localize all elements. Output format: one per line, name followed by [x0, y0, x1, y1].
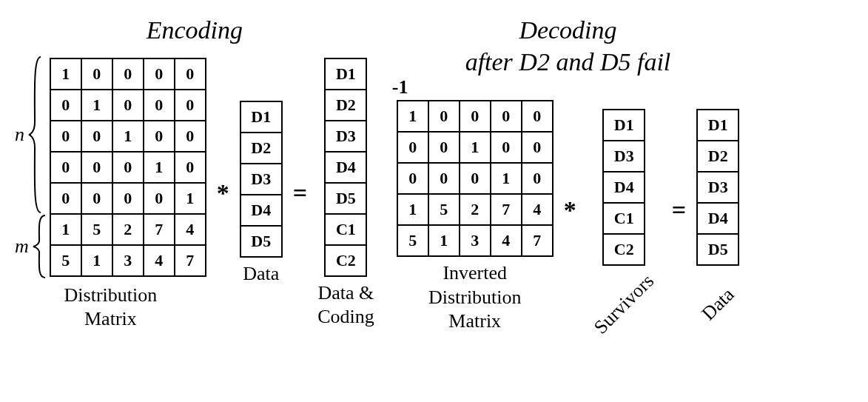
table-row: 00010 — [397, 163, 553, 194]
n-label: n — [15, 124, 24, 146]
inv-matrix-block: -1 10000 00100 00010 15274 51347 Inverte… — [397, 87, 554, 334]
table-row: D4 — [697, 203, 739, 234]
dist-matrix-block: n m — [15, 56, 206, 332]
curly-brace-icon — [27, 56, 42, 214]
survivors-caption: Survivors — [589, 269, 659, 339]
table-row: 15274 — [50, 214, 206, 245]
table-row: C2 — [603, 234, 645, 265]
decoding-row: -1 10000 00100 00010 15274 51347 Inverte… — [397, 87, 740, 334]
table-row: D1 — [240, 101, 282, 133]
dist-matrix-caption: Distribution Matrix — [64, 284, 158, 332]
table-row: D5 — [697, 234, 739, 265]
decoding-title: Decoding after D2 and D5 fail — [465, 15, 671, 78]
result-vector-caption: Data & Coding — [317, 281, 374, 329]
table-row: 10000 — [397, 101, 553, 132]
table-row: 10000 — [50, 58, 206, 90]
page: Encoding n m — [15, 15, 853, 334]
data-vector-caption: Data — [243, 262, 279, 287]
dist-matrix-with-braces: n m — [15, 56, 206, 279]
table-row: D2 — [697, 141, 739, 172]
table-row: D4 — [240, 195, 282, 226]
encoding-section: Encoding n m — [15, 15, 374, 332]
encoding-title: Encoding — [147, 15, 243, 47]
table-row: 00001 — [50, 183, 206, 214]
result-vector-block: D1 D2 D3 D4 D5 C1 C2 Data & Coding — [317, 58, 374, 329]
data-vector: D1 D2 D3 D4 D5 — [240, 101, 283, 258]
distribution-matrix: 10000 01000 00100 00010 00001 15274 5134… — [50, 58, 206, 277]
result-vector: D1 D2 D3 D4 D5 C1 C2 — [324, 58, 367, 277]
inverse-exponent: -1 — [392, 76, 408, 98]
inverted-matrix: 10000 00100 00010 15274 51347 — [397, 100, 554, 257]
decoded-data-vector: D1 D2 D3 D4 D5 — [696, 109, 739, 266]
table-row: 00010 — [50, 152, 206, 183]
m-label: m — [15, 235, 29, 258]
inv-matrix-caption: Inverted Distribution Matrix — [428, 261, 522, 334]
table-row: D3 — [603, 141, 645, 172]
table-row: D5 — [240, 226, 282, 257]
table-row: D5 — [325, 183, 366, 214]
table-row: C1 — [325, 214, 366, 245]
encoding-row: n m — [15, 56, 374, 332]
table-row: 51347 — [50, 245, 206, 276]
table-row: D1 — [603, 110, 645, 141]
table-row: 00100 — [50, 121, 206, 152]
survivors-vector: D1 D3 D4 C1 C2 — [602, 109, 645, 266]
table-row: 51347 — [397, 225, 553, 256]
decoding-section: Decoding after D2 and D5 fail -1 10000 0… — [397, 15, 740, 334]
table-row: C2 — [325, 245, 366, 276]
equals-op: = — [293, 179, 307, 207]
table-row: D3 — [325, 121, 366, 152]
survivors-block: D1 D3 D4 C1 C2 Survivors — [587, 104, 662, 317]
table-row: 00100 — [397, 132, 553, 163]
table-row: D4 — [603, 172, 645, 203]
data-vector-block: D1 D2 D3 D4 D5 Data — [240, 101, 283, 287]
table-row: 15274 — [397, 194, 553, 225]
table-row: D2 — [240, 133, 282, 164]
curly-brace-icon — [32, 214, 47, 279]
multiply-op: * — [564, 196, 576, 224]
brace-n: n — [15, 56, 47, 214]
table-row: D1 — [325, 58, 366, 90]
decoded-data-caption: Data — [696, 283, 739, 326]
table-row: D2 — [325, 90, 366, 121]
multiply-op: * — [217, 179, 229, 207]
brace-column: n m — [15, 56, 47, 279]
table-row: D3 — [240, 164, 282, 195]
table-row: C1 — [603, 203, 645, 234]
table-row: D4 — [325, 152, 366, 183]
equals-op: = — [672, 196, 686, 224]
decoded-data-block: D1 D2 D3 D4 D5 Data — [696, 104, 739, 317]
table-row: D1 — [697, 110, 739, 141]
brace-m: m — [15, 214, 47, 279]
table-row: D3 — [697, 172, 739, 203]
table-row: 01000 — [50, 90, 206, 121]
